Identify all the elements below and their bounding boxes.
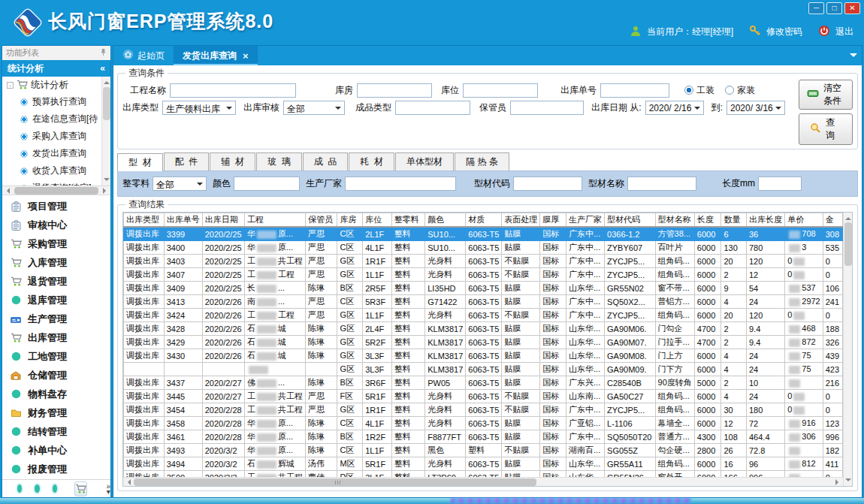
material-tab-玻璃[interactable]: 玻 璃 <box>256 152 302 171</box>
sidebar-section-header[interactable]: 统计分析 « <box>2 60 110 77</box>
table-row[interactable]: 调拨出库34092020/2/25长...陈琳B区2R5F整料LI35HD606… <box>124 282 843 295</box>
sidebar-item-发货出库查询[interactable]: 发货出库查询 <box>2 145 110 162</box>
footer-dot-icon[interactable] <box>53 484 57 493</box>
sidebar-group-仓储管理[interactable]: 仓储管理 <box>2 366 110 385</box>
table-row[interactable]: 调拨出库34242020/2/26工工程严思G区1L1F整料光身料6063-T5… <box>124 309 843 322</box>
material-tab-配件[interactable]: 配 件 <box>164 152 210 171</box>
maximize-button[interactable]: □ <box>826 2 842 14</box>
pin-icon[interactable] <box>100 48 107 58</box>
column-header-整零料[interactable]: 整零料 <box>391 213 425 228</box>
sidebar-group-工地管理[interactable]: 工地管理 <box>2 347 110 366</box>
sidebar-item-在途信息查询[待[interactable]: 在途信息查询[待 <box>2 110 110 128</box>
sidebar-item-收货入库查询[interactable]: 收货入库查询 <box>2 162 110 180</box>
length-input[interactable] <box>758 177 802 191</box>
tab-home[interactable]: 起始页 <box>113 46 174 65</box>
table-row[interactable]: 调拨出库34282020/2/26石城陈琳G区2L4F整料KLM38176063… <box>124 322 843 336</box>
column-header-生产厂家[interactable]: 生产厂家 <box>566 213 605 228</box>
table-row[interactable]: 调拨出库34302020/2/26石城陈琳G区3L3F整料KLM38176063… <box>124 349 843 363</box>
tree-vertical-scrollbar[interactable] <box>101 77 110 186</box>
order-no-input[interactable] <box>600 83 669 98</box>
search-button[interactable]: 查 询 <box>799 113 853 145</box>
clear-conditions-button[interactable]: 清空条件 <box>799 80 853 110</box>
column-header-库位[interactable]: 库位 <box>363 213 391 228</box>
column-header-型材代码[interactable]: 型材代码 <box>605 213 656 228</box>
column-header-单价[interactable]: 单价 <box>785 213 823 228</box>
radio-home[interactable]: 家装 <box>725 84 755 97</box>
sidebar-group-结转管理[interactable]: 结转管理 <box>2 422 110 441</box>
table-row[interactable]: 调拨出库34582020/2/28华原...陈琳C区4L1F整料光身料6063-… <box>124 417 843 430</box>
table-row[interactable]: 调拨出库34032020/2/25工共工程严思G区1R1F整料光身料6063-T… <box>124 255 843 268</box>
sidebar-item-采购入库查询[interactable]: 采购入库查询 <box>2 128 110 145</box>
footer-cart-button[interactable] <box>74 481 87 496</box>
column-header-颜色[interactable]: 颜色 <box>425 213 466 228</box>
minimize-button[interactable]: ─ <box>808 2 824 14</box>
material-tab-耗材[interactable]: 耗 材 <box>349 152 394 171</box>
footer-overflow-button[interactable]: »▾ <box>106 484 110 494</box>
column-header-膜厚[interactable]: 膜厚 <box>540 213 566 228</box>
footer-dot-icon[interactable] <box>35 484 39 493</box>
column-header-出库长度[interactable]: 出库长度 <box>746 213 784 228</box>
sidebar-group-出库管理[interactable]: 出库管理 <box>2 328 110 347</box>
table-row[interactable]: 调拨出库34612020/2/28华原...陈琳B区1R2F整料F8877FT6… <box>124 430 843 444</box>
column-header-保管员[interactable]: 保管员 <box>305 213 337 228</box>
material-tab-成品[interactable]: 成 品 <box>303 152 349 171</box>
date-to-select[interactable]: 2020/ 3/16 <box>727 101 785 115</box>
change-password-link[interactable]: 修改密码 <box>766 26 802 38</box>
project-name-input[interactable] <box>170 83 296 98</box>
sidebar-group-报废管理[interactable]: 报废管理 <box>2 460 110 478</box>
column-header-出库单号[interactable]: 出库单号 <box>164 213 202 228</box>
column-header-表面处理[interactable]: 表面处理 <box>502 213 540 228</box>
logout-link[interactable]: 退出 <box>835 26 853 38</box>
keeper-input[interactable] <box>510 101 584 115</box>
location-input[interactable] <box>463 83 538 98</box>
table-row[interactable]: 调拨出库34542020/2/28工共工程严思G区1R1F整料光身料6063-T… <box>124 403 843 417</box>
material-tab-隔热条[interactable]: 隔 热 条 <box>455 152 509 171</box>
profile-name-input[interactable] <box>627 177 696 191</box>
sidebar-group-生产管理[interactable]: 生产管理 <box>2 309 110 328</box>
outbound-type-select[interactable]: 生产领料出库 <box>162 101 236 115</box>
collapse-icon[interactable]: « <box>100 63 105 74</box>
sidebar-group-入库管理[interactable]: 入库管理 <box>2 253 110 272</box>
product-type-input[interactable] <box>395 101 470 115</box>
sidebar-group-补单中心[interactable]: 补单中心 <box>2 441 110 460</box>
column-header-材质[interactable]: 材质 <box>466 213 502 228</box>
sidebar-group-采购管理[interactable]: 采购管理 <box>2 234 110 253</box>
column-header-出库日期[interactable]: 出库日期 <box>202 213 244 228</box>
sidebar-group-财务管理[interactable]: 财务管理 <box>2 403 110 422</box>
audit-select[interactable]: 全部 <box>283 101 345 115</box>
tree-horizontal-scrollbar[interactable] <box>2 186 110 195</box>
table-row[interactable]: 调拨出库34372020/2/27佛...陈琳B区3R6F整料PW056063-… <box>124 376 843 390</box>
sidebar-item-退货查询[待定][interactable]: 退货查询[待定] <box>2 180 110 186</box>
sidebar-group-退货管理[interactable]: 退货管理 <box>2 272 110 291</box>
column-header-长度[interactable]: 长度 <box>694 213 721 228</box>
sidebar-item-预算执行查询[interactable]: 预算执行查询 <box>2 93 110 110</box>
tab-shipment-query[interactable]: 发货出库查询 × <box>174 46 258 65</box>
table-horizontal-scrollbar[interactable] <box>123 477 843 486</box>
column-header-库房[interactable]: 库房 <box>337 213 363 228</box>
table-vertical-scrollbar[interactable] <box>843 213 852 486</box>
sidebar-group-项目管理[interactable]: 项目管理 <box>2 197 110 216</box>
tab-close-icon[interactable]: × <box>243 50 249 62</box>
table-row[interactable]: 调拨出库34132020/2/26南...严思C区5R3F整料G71422606… <box>124 295 843 309</box>
column-header-数量[interactable]: 数量 <box>721 213 747 228</box>
whole-piece-select[interactable]: 全部 <box>153 177 207 191</box>
column-header-金[interactable]: 金 <box>823 213 842 228</box>
color-input[interactable] <box>234 177 300 191</box>
sidebar-group-退库管理[interactable]: 退库管理 <box>2 291 110 309</box>
table-row[interactable]: 调拨出库34932020/3/2华原...陈琳C区1L1F整料黑色塑料不贴膜国标… <box>124 444 843 457</box>
warehouse-input[interactable] <box>357 83 432 98</box>
close-button[interactable]: ✕ <box>844 2 860 14</box>
material-tab-单体型材[interactable]: 单体型材 <box>395 152 454 171</box>
table-row[interactable]: G区3L3F整料KLM38176063-T5贴膜国标山东华...GA90M09.… <box>124 363 843 376</box>
sidebar-group-物料盘存[interactable]: 物料盘存 <box>2 385 110 403</box>
table-row[interactable]: 调拨出库34942020/3/2石辉城汤伟M区5R1F整料光身料6063-T5贴… <box>124 457 843 471</box>
column-header-型材名称[interactable]: 型材名称 <box>655 213 694 228</box>
table-row[interactable]: 调拨出库34452020/2/27工共工程严思F区5R1F整料光身料6063-T… <box>124 390 843 403</box>
table-row[interactable]: 调拨出库35002020/3/3工共工程曹佳D区3L1F整料LT3P606063… <box>124 471 843 478</box>
table-row[interactable]: 调拨出库34072020/2/25工工程严思G区1L1F整料光身料6063-T5… <box>124 268 843 282</box>
date-from-select[interactable]: 2020/ 2/16 <box>645 101 704 115</box>
tab-overflow-caret-icon[interactable] <box>850 53 857 61</box>
tree-root[interactable]: - 统计分析 <box>2 77 110 93</box>
tree-expander-icon[interactable]: - <box>7 82 14 89</box>
factory-input[interactable] <box>345 177 456 191</box>
